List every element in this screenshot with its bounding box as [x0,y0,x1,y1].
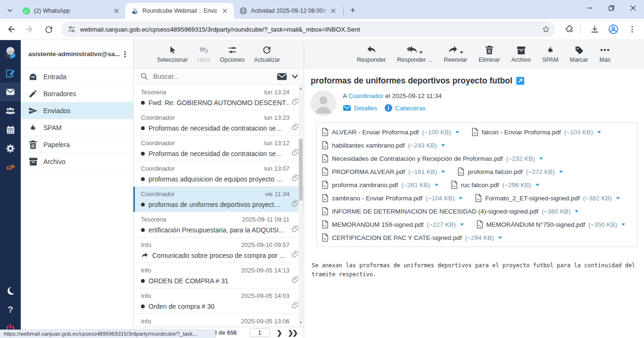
attachment-name[interactable]: habilitantes xambrano.pdf [332,142,405,149]
attachment-item[interactable]: proforma falcon.pdf(~272 KB) [457,167,562,176]
spam-button[interactable]: SPAM [542,45,559,63]
attachment-name[interactable]: Formato_2_ET-signed-signed.pdf [485,195,579,202]
attachment-menu-caret-icon[interactable] [559,171,563,173]
attachment-item[interactable]: INFORME DE DETERMINACION DE NECESIDAD (4… [322,207,578,215]
scroll-up-arrow[interactable]: ▲ [298,86,303,91]
new-tab-button[interactable]: + [347,4,359,16]
reply-button[interactable]: Responder [357,45,386,63]
attachment-menu-caret-icon[interactable] [575,210,578,213]
folder-item-papelera[interactable]: Papelera [21,136,133,153]
message-row[interactable]: Info2025-09-05 14:03Orden de compra # 30 [133,289,304,314]
site-settings-icon[interactable] [68,25,75,33]
message-row[interactable]: Info2025-09-10 09:57Comunicado sobre pro… [133,238,304,263]
bookmark-star-icon[interactable] [542,25,550,33]
attachment-name[interactable]: zambrano - Enviar Proforma.pdf [332,195,422,202]
message-row[interactable]: Coordinadorvie 11:34proformas de uniform… [133,187,304,212]
options-button[interactable]: Opciones [220,45,245,63]
profile-avatar-icon[interactable] [605,21,621,37]
close-window-button[interactable] [622,0,644,16]
restore-button[interactable] [601,0,622,16]
attachment-menu-caret-icon[interactable] [498,237,502,239]
tab-close-icon[interactable] [329,7,338,15]
archive-button[interactable]: Archivo [511,45,531,63]
attachment-item[interactable]: Formato_2_ET-signed-signed.pdf(~382 KB) [475,194,620,202]
attachment-item[interactable]: CERTIFICACION DE PAC Y CATE-signed.pdf(~… [322,233,502,242]
calendar-nav-button[interactable] [0,120,21,139]
forward-menu-caret-icon[interactable] [460,51,463,54]
attachment-menu-caret-icon[interactable] [435,184,438,186]
mail-nav-button[interactable] [0,82,21,101]
mark-button[interactable]: Marcar [570,45,588,63]
extensions-icon[interactable] [561,21,578,37]
attachment-menu-caret-icon[interactable] [597,131,601,133]
attachment-item[interactable]: falcon - Enviar Proforma.pdf(~103 KB) [471,128,601,136]
folder-item-spam[interactable]: SPAM [21,119,133,136]
reload-button[interactable] [41,21,57,37]
attachment-item[interactable]: zambrano - Enviar Proforma.pdf(~104 KB) [322,194,462,202]
attachment-item[interactable]: ruc falcon.pdf(~296 KB) [451,181,539,189]
url-text[interactable]: webmail.sanjuan.gob.ec/cpsess4895969315/… [80,26,542,33]
folder-item-borradores[interactable]: Borradores [21,85,133,102]
delete-button[interactable]: Eliminar [479,45,500,63]
tab-close-icon[interactable] [221,7,229,15]
folder-item-archivo[interactable]: Archivo [21,153,133,170]
roundcube-logo[interactable] [0,42,21,64]
page-number-input[interactable] [249,328,270,337]
attachment-name[interactable]: INFORME DE DETERMINACION DE NECESIDAD (4… [332,208,538,215]
forward-button[interactable] [22,21,38,37]
browser-tab[interactable]: Actividad 2025-09-12 08:00:00 [234,3,342,19]
attachment-name[interactable]: proforma falcon.pdf [468,168,522,175]
message-row[interactable]: Coordinadorlun 13:07proformas adquisicio… [133,161,304,187]
message-row[interactable]: Info2025-09-05 13:06 [133,314,304,327]
dark-mode-toggle[interactable] [0,281,21,300]
attachment-name[interactable]: ruc falcon.pdf [461,181,499,189]
folder-item-enviados[interactable]: Enviados [21,102,133,119]
list-scrollbar[interactable]: ▲ ▼ [298,85,303,327]
folder-item-entrada[interactable]: Entrada [21,68,133,85]
attachment-menu-caret-icon[interactable] [441,171,445,173]
minimize-button[interactable] [579,0,601,16]
browser-tab[interactable]: (2) WhatsApp [17,3,125,19]
compose-button[interactable] [0,64,21,82]
attachment-menu-caret-icon[interactable] [441,144,445,147]
more-button[interactable]: Más [599,45,611,63]
attachment-menu-caret-icon[interactable] [616,197,620,199]
attachment-name[interactable]: ALVEAR - Enviar Proforma.pdf [332,129,419,136]
details-link[interactable]: Detalles [343,105,377,112]
attachment-item[interactable]: MEMORÁNDUM N°750-signed.pdf(~350 KB) [476,220,626,229]
address-bar[interactable]: webmail.sanjuan.gob.ec/cpsess4895969315/… [61,21,555,37]
forward-button[interactable]: Reenviar [444,45,467,63]
attachment-item[interactable]: PROFORMA ALVEAR.pdf(~161 KB) [322,167,445,176]
message-row[interactable]: Coordinadorlun 13:12Proformas de necesid… [133,136,304,161]
attachment-menu-caret-icon[interactable] [459,197,462,199]
attachment-name[interactable]: proforma zambrano.pdf [332,181,398,189]
attachment-name[interactable]: Necesidades de Contratación y Recepción … [332,155,503,162]
attachment-menu-caret-icon[interactable] [455,131,459,133]
attachment-item[interactable]: proforma zambrano.pdf(~281 KB) [322,181,438,189]
tab-close-icon[interactable] [112,7,121,15]
attachment-name[interactable]: falcon - Enviar Proforma.pdf [482,129,561,136]
attachment-name[interactable]: PROFORMA ALVEAR.pdf [332,168,405,175]
reply-all-menu-caret-icon[interactable] [419,51,423,54]
settings-nav-button[interactable] [0,139,21,158]
browser-tab[interactable]: Roundcube Webmail :: Enviados [125,3,234,19]
attachment-item[interactable]: habilitantes xambrano.pdf(~243 KB) [322,141,445,149]
scrollbar-thumb[interactable] [299,139,303,201]
attachment-menu-caret-icon[interactable] [539,157,543,160]
next-page-button[interactable]: ❯ [277,329,281,337]
search-scope-icon[interactable] [277,73,287,81]
last-page-button[interactable]: ❯❯ [288,329,297,337]
attachment-menu-caret-icon[interactable] [536,184,539,186]
attachment-item[interactable]: Necesidades de Contratación y Recepción … [322,154,543,163]
search-input[interactable] [153,73,272,80]
scroll-down-arrow[interactable]: ▼ [298,320,303,326]
attachment-name[interactable]: MEMORANDUM 159-signed.pdf [332,221,423,228]
recipient-link[interactable]: Coordinador [348,92,383,99]
attachment-item[interactable]: ALVEAR - Enviar Proforma.pdf(~100 KB) [322,128,459,136]
attachment-menu-caret-icon[interactable] [460,223,464,226]
contacts-nav-button[interactable] [0,101,21,120]
account-menu-icon[interactable] [122,50,128,58]
cpanel-icon[interactable]: cP [0,158,21,177]
open-in-new-window-icon[interactable] [516,77,524,85]
help-button[interactable]: ? [0,300,21,319]
